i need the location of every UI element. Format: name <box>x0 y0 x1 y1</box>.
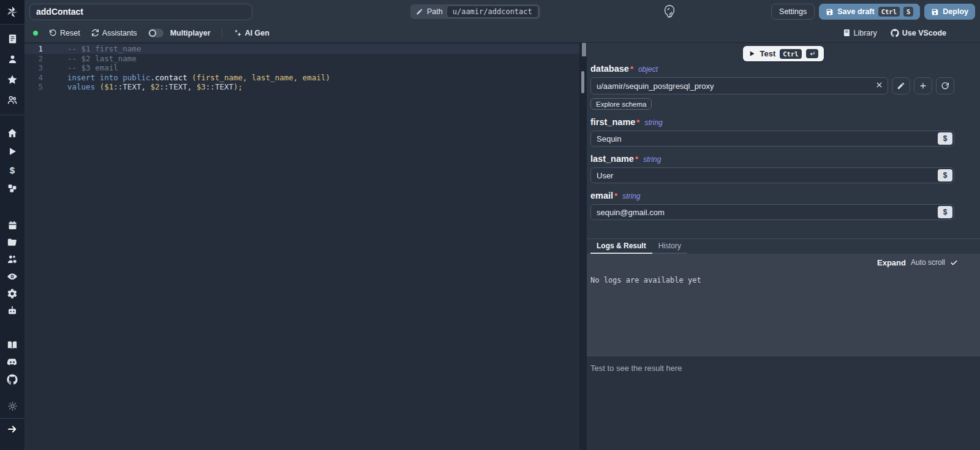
first-name-input[interactable] <box>590 131 954 147</box>
users-icon[interactable] <box>0 90 24 110</box>
book-open-icon[interactable] <box>0 337 24 354</box>
multiplayer-toggle[interactable] <box>148 29 164 37</box>
variable-picker-button[interactable]: $ <box>938 132 952 145</box>
line-number: 1 <box>24 44 53 54</box>
eye-icon[interactable] <box>0 268 24 285</box>
windmill-logo[interactable] <box>0 0 24 25</box>
save-draft-button[interactable]: Save draft Ctrl S <box>819 4 920 20</box>
arrow-right-icon[interactable] <box>0 421 24 438</box>
deploy-button[interactable]: Deploy <box>924 4 975 20</box>
path-pill[interactable]: Path u/aamir/addcontact <box>410 4 540 19</box>
test-label: Test <box>760 49 775 58</box>
field-name-database: database <box>590 64 629 74</box>
line-number: 3 <box>24 63 53 73</box>
tab-logs-result[interactable]: Logs & Result <box>590 239 652 254</box>
code-line[interactable]: 5 values ($1::TEXT, $2::TEXT, $3::TEXT); <box>24 82 579 92</box>
multiplayer-toggle-group: Multiplayer <box>148 29 211 37</box>
variable-picker-button[interactable]: $ <box>938 206 952 218</box>
refresh-resource-button[interactable] <box>936 77 954 94</box>
rotate-ccw-icon <box>49 29 57 37</box>
enter-key-icon <box>806 49 818 58</box>
explore-schema-button[interactable]: Explore schema <box>590 98 652 110</box>
expand-button[interactable]: Expand <box>877 258 906 267</box>
script-name-input[interactable] <box>29 4 252 20</box>
discord-icon[interactable] <box>0 354 24 371</box>
field-name-last-name: last_name <box>590 154 634 164</box>
no-logs-message: No logs are available yet <box>590 276 958 284</box>
database-input[interactable] <box>590 77 888 94</box>
assistants-label: Assistants <box>102 29 137 37</box>
explore-schema-label: Explore schema <box>596 101 646 108</box>
dollar-icon[interactable]: $ <box>0 161 24 179</box>
kbd-ctrl: Ctrl <box>780 49 801 59</box>
variable-picker-button[interactable]: $ <box>938 169 952 181</box>
result-placeholder: Test to see the result here <box>590 364 682 373</box>
use-vscode-label: Use VScode <box>902 29 946 37</box>
code-line[interactable]: 3 -- $3 email <box>24 63 579 73</box>
add-resource-button[interactable] <box>914 77 932 94</box>
play-icon[interactable] <box>0 142 24 161</box>
main-area: Path u/aamir/addcontact Settings Save dr… <box>24 0 980 450</box>
field-type-label: string <box>643 155 661 164</box>
field-type-label: string <box>644 118 662 127</box>
use-vscode-button[interactable]: Use VScode <box>891 29 946 37</box>
required-mark: * <box>635 154 638 164</box>
settings-button[interactable]: Settings <box>771 4 815 20</box>
folder-open-icon[interactable] <box>0 234 24 251</box>
settings-gear-icon[interactable] <box>0 285 24 302</box>
pencil-icon <box>897 82 905 90</box>
line-number: 2 <box>24 54 53 64</box>
field-type-label: string <box>622 192 640 200</box>
code-line[interactable]: 1 -- $1 first_name <box>24 44 579 54</box>
sun-theme-icon[interactable] <box>0 397 24 414</box>
panel-splitter[interactable] <box>579 43 587 450</box>
editor-scrollbar-thumb[interactable] <box>582 43 586 56</box>
code-comment: -- $1 first_name <box>67 44 141 53</box>
calendar-icon[interactable] <box>0 216 24 234</box>
toolbar-separator <box>222 28 222 38</box>
bot-icon[interactable] <box>0 302 24 319</box>
required-mark: * <box>630 64 633 74</box>
code-editor[interactable]: 1 -- $1 first_name 2 -- $2 last_name 3 -… <box>24 43 579 450</box>
deploy-label: Deploy <box>943 7 968 16</box>
users-gear-icon[interactable] <box>0 251 24 268</box>
tab-history[interactable]: History <box>652 239 687 254</box>
github-icon[interactable] <box>0 371 24 388</box>
assistants-button[interactable]: Assistants <box>91 29 137 37</box>
sidebar-divider <box>0 418 24 419</box>
last-name-input[interactable] <box>590 167 954 183</box>
play-icon <box>748 50 755 57</box>
top-header: Path u/aamir/addcontact Settings Save dr… <box>24 0 980 23</box>
run-panel: Test Ctrl database* object <box>587 43 980 450</box>
star-icon[interactable] <box>0 69 24 90</box>
reset-label: Reset <box>60 29 80 37</box>
kbd-s: S <box>903 7 913 17</box>
path-label: Path <box>427 7 443 16</box>
args-form: database* object <box>587 61 980 238</box>
notebook-icon[interactable] <box>0 29 24 49</box>
home-icon[interactable] <box>0 124 24 142</box>
library-button[interactable]: Library <box>843 29 877 37</box>
auto-scroll-toggle[interactable]: Auto scroll <box>911 258 945 267</box>
code-line[interactable]: 4 insert into public.contact (first_name… <box>24 73 579 83</box>
user-icon[interactable] <box>0 49 24 69</box>
blocks-icon[interactable] <box>0 179 24 197</box>
edit-resource-button[interactable] <box>892 77 910 94</box>
field-name-email: email <box>590 191 613 200</box>
email-input[interactable] <box>590 204 954 220</box>
test-button[interactable]: Test Ctrl <box>743 46 823 61</box>
clear-icon[interactable] <box>875 81 883 89</box>
sidebar-divider <box>0 115 24 115</box>
ai-gen-button[interactable]: AI Gen <box>233 29 270 37</box>
code-line[interactable]: 2 -- $2 last_name <box>24 54 579 64</box>
refresh-icon <box>91 29 99 37</box>
save-icon <box>826 8 834 16</box>
reset-button[interactable]: Reset <box>49 29 80 37</box>
splitter-drag-handle[interactable] <box>581 71 584 93</box>
check-icon <box>950 259 958 267</box>
ai-gen-label: AI Gen <box>245 29 270 37</box>
required-mark: * <box>614 191 617 200</box>
pencil-icon <box>416 8 423 15</box>
logs-pane: Expand Auto scroll No logs are available… <box>587 254 980 356</box>
postgresql-icon <box>662 4 677 19</box>
